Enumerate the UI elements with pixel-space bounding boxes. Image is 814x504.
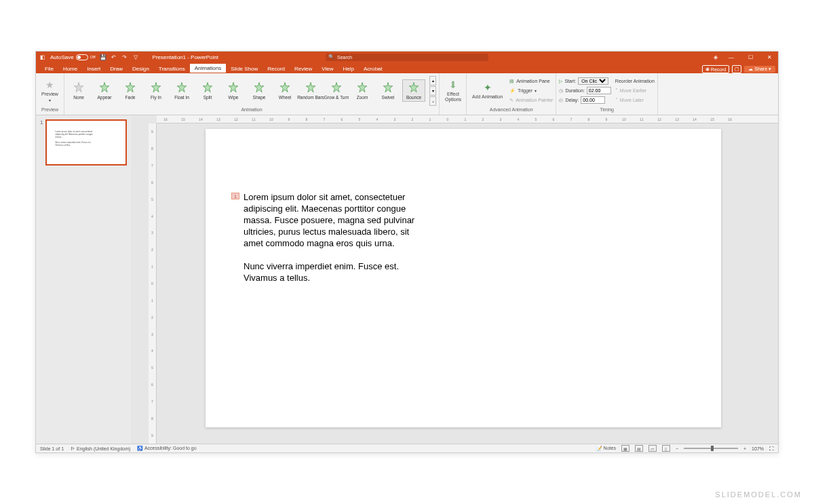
language-indicator[interactable]: 🏳 English (United Kingdom) [71, 446, 130, 451]
reorder-title: Reorder Animation [615, 77, 655, 85]
watermark: SLIDEMODEL.COM [715, 490, 802, 499]
slide-counter[interactable]: Slide 1 of 1 [40, 446, 64, 451]
gallery-up-icon[interactable]: ▴ [429, 76, 436, 85]
tab-view[interactable]: View [317, 64, 338, 73]
add-animation-button[interactable]: ✦ Add Animation [469, 81, 505, 101]
animation-wipe[interactable]: Wipe [222, 80, 245, 101]
star-icon [279, 81, 291, 94]
tab-insert[interactable]: Insert [82, 64, 105, 73]
preview-button[interactable]: ★ Preview ▾ [39, 78, 61, 104]
main-area: 1 Lorem ipsum dolor sit amet, consectetu… [36, 115, 778, 444]
record-dot-icon: ◉ [705, 66, 710, 72]
tab-animations[interactable]: Animations [190, 64, 227, 73]
animation-random-bars[interactable]: Random Bars [299, 80, 322, 101]
account-icon[interactable]: ◈ [712, 54, 719, 60]
close-button[interactable]: ✕ [762, 52, 776, 62]
toggle-icon [76, 54, 88, 60]
star-icon [73, 81, 85, 94]
slideshow-icon[interactable]: ▽ [132, 54, 139, 60]
slide-canvas[interactable]: 1 Lorem ipsum dolor sit amet, consectetu… [206, 129, 721, 427]
animation-none[interactable]: None [67, 80, 90, 101]
app-icon: ◧ [39, 54, 46, 60]
animation-pane-button[interactable]: ▤Animation Pane [509, 77, 553, 85]
zoom-slider[interactable] [684, 448, 738, 449]
tab-design[interactable]: Design [128, 64, 154, 73]
status-bar: Slide 1 of 1 🏳 English (United Kingdom) … [36, 444, 778, 452]
share-button[interactable]: ☁ Share ▾ [744, 66, 775, 73]
animation-zoom[interactable]: Zoom [351, 80, 374, 101]
sorter-view-button[interactable]: ▤ [635, 445, 643, 452]
record-button[interactable]: ◉Record [702, 65, 730, 73]
tab-transitions[interactable]: Transitions [154, 64, 190, 73]
tab-record[interactable]: Record [263, 64, 290, 73]
effect-options-icon: ⬇ [449, 79, 457, 90]
animation-appear[interactable]: Appear [93, 80, 116, 101]
delay-input[interactable]: ◴Delay: [559, 96, 610, 104]
accessibility-status[interactable]: ♿ Accessibility: Good to go [137, 446, 196, 451]
animation-grow-turn[interactable]: Grow & Turn [325, 80, 348, 101]
save-icon[interactable]: 💾 [100, 54, 106, 60]
slide-thumbnails-panel[interactable]: 1 Lorem ipsum dolor sit amet, consectetu… [36, 115, 131, 444]
tab-draw[interactable]: Draw [105, 64, 128, 73]
horizontal-ruler: 1615141312111098765432101234567891011121… [157, 115, 778, 123]
tab-acrobat[interactable]: Acrobat [359, 64, 387, 73]
fit-button[interactable]: ⛶ [769, 446, 774, 451]
zoom-out-button[interactable]: − [676, 446, 678, 451]
star-icon [124, 81, 136, 94]
pane-icon: ▤ [509, 79, 514, 84]
star-icon [227, 81, 239, 94]
search-input[interactable]: 🔍 Search [326, 54, 488, 61]
animation-label: Random Bars [297, 95, 324, 100]
zoom-in-button[interactable]: + [743, 446, 746, 451]
tab-file[interactable]: File [40, 64, 58, 73]
paragraph-1: Lorem ipsum dolor sit amet, consectetuer… [244, 191, 420, 249]
animation-float-in[interactable]: Float In [170, 80, 193, 101]
undo-icon[interactable]: ↶ [111, 54, 117, 60]
animation-gallery[interactable]: NoneAppearFadeFly InFloat InSplitWipeSha… [67, 75, 436, 106]
animation-label: Wipe [229, 95, 239, 100]
clock-icon: ◷ [559, 88, 563, 94]
effect-options-button[interactable]: ⬇ Effect Options [442, 78, 464, 104]
maximize-button[interactable]: ☐ [743, 52, 757, 62]
start-dropdown[interactable]: ▷Start:On Click [559, 77, 610, 85]
animation-label: Bounce [406, 95, 421, 100]
star-icon [305, 81, 317, 94]
notes-button[interactable]: 📝 Notes [596, 446, 616, 451]
redo-icon[interactable]: ↷ [121, 54, 128, 60]
normal-view-button[interactable]: ▦ [621, 445, 629, 452]
tab-help[interactable]: Help [338, 64, 359, 73]
star-icon [330, 81, 343, 94]
animation-label: Fade [125, 95, 136, 100]
animation-fly-in[interactable]: Fly In [144, 80, 168, 101]
slide-editor[interactable]: 1615141312111098765432101234567891011121… [131, 115, 778, 444]
collapse-ribbon-button[interactable]: ▢ [732, 65, 741, 73]
animation-shape[interactable]: Shape [248, 80, 271, 101]
reading-view-button[interactable]: ▭ [648, 445, 657, 452]
tab-review[interactable]: Review [290, 64, 317, 73]
star-icon [382, 81, 394, 94]
duration-input[interactable]: ◷Duration: [559, 86, 610, 95]
animation-group-label: Animation [67, 106, 436, 113]
animation-split[interactable]: Split [196, 80, 219, 101]
animation-bounce[interactable]: Bounce [402, 79, 425, 102]
animation-order-tag[interactable]: 1 [231, 193, 239, 199]
slide-thumbnail-1[interactable]: Lorem ipsum dolor sit amet, consectetuer… [45, 119, 127, 166]
tab-slideshow[interactable]: Slide Show [226, 64, 263, 73]
gallery-down-icon[interactable]: ▾ [429, 86, 436, 96]
minimize-button[interactable]: — [724, 52, 738, 62]
gallery-more-icon[interactable]: ⌄ [429, 96, 436, 106]
animation-wheel[interactable]: Wheel [273, 80, 296, 101]
autosave-toggle[interactable]: AutoSave Off [50, 54, 96, 60]
search-placeholder: Search [337, 55, 352, 60]
animation-painter-button[interactable]: ✎Animation Painter [509, 96, 553, 104]
zoom-level[interactable]: 107% [752, 446, 764, 451]
animation-fade[interactable]: Fade [119, 80, 142, 101]
text-placeholder[interactable]: Lorem ipsum dolor sit amet, consectetuer… [244, 191, 420, 295]
down-arrow-icon: ˅ [615, 98, 618, 103]
delay-icon: ◴ [559, 98, 563, 103]
trigger-button[interactable]: ⚡Trigger▾ [509, 86, 553, 95]
tab-home[interactable]: Home [58, 64, 82, 73]
slideshow-view-button[interactable]: ▯ [662, 445, 670, 452]
animation-swivel[interactable]: Swivel [376, 80, 400, 101]
vertical-ruler: 9876543210123456789 [149, 123, 157, 444]
